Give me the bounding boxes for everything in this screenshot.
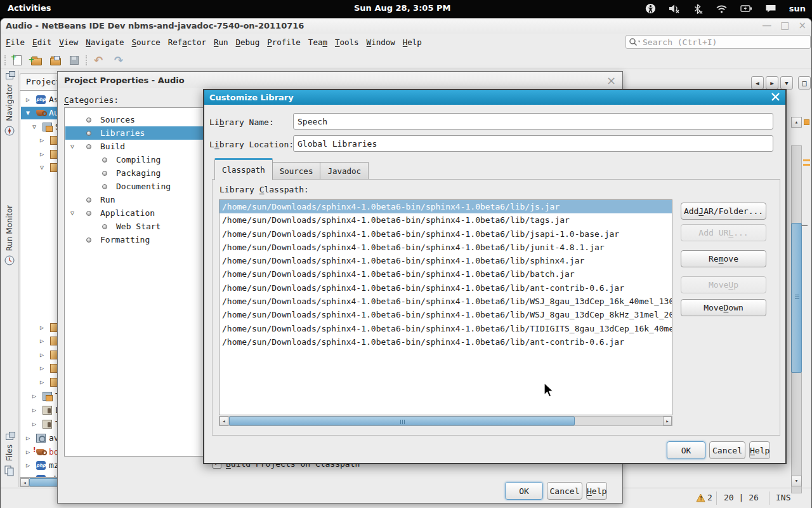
classpath-action-button[interactable]: Add JAR/Folder... [681,203,766,220]
category-label[interactable]: Libraries [100,126,145,140]
classpath-list-item[interactable]: /home/sun/Downloads/sphinx4-1.0beta6-bin… [219,295,672,308]
classpath-list-item[interactable]: /home/sun/Downloads/sphinx4-1.0beta6-bin… [219,200,672,213]
expand-arrow[interactable]: ▷ [32,404,36,417]
error-stripe-mark[interactable] [803,164,810,166]
classpath-list-item[interactable]: /home/sun/Downloads/sphinx4-1.0beta6-bin… [219,213,672,227]
scroll-left-icon[interactable]: ◂ [20,478,29,486]
expand-arrow[interactable]: ▷ [40,362,44,375]
scroll-left-icon[interactable]: ◂ [219,417,228,425]
clock[interactable]: Sun Aug 28, 3:05 PM [354,3,450,13]
sidebar-tab-label[interactable]: Files [5,444,14,461]
expand-arrow[interactable]: ▽ [70,140,74,153]
classpath-list-item[interactable]: /home/sun/Downloads/sphinx4-1.0beta6-bin… [219,335,672,349]
expand-arrow[interactable]: ▷ [40,349,44,361]
expand-arrow[interactable]: ▷ [26,446,30,458]
expand-arrow[interactable]: ▷ [26,459,30,472]
volume-muted-icon[interactable] [669,4,681,13]
menu-item[interactable]: Edit [29,35,55,50]
redo-button[interactable]: ↷ [111,53,126,68]
scroll-tabs-right-button[interactable]: ▶ [766,76,778,90]
category-label[interactable]: Web Start [116,220,160,233]
dialog-button[interactable]: OK [505,482,543,500]
dialog-button[interactable]: OK [667,441,705,459]
expand-arrow[interactable]: ▷ [40,335,44,347]
classpath-list-item[interactable]: /home/sun/Downloads/sphinx4-1.0beta6-bin… [219,281,672,295]
save-all-button[interactable] [67,53,82,68]
expand-arrow[interactable]: ▽ [70,206,74,220]
scroll-down-icon[interactable]: ▾ [791,476,802,486]
category-row[interactable]: Sources [65,113,209,126]
menu-item[interactable]: File [2,35,29,50]
expand-arrow[interactable]: ▷ [40,148,44,161]
category-label[interactable]: Packaging [116,166,160,180]
minimize-button[interactable]: — [762,20,771,31]
library-tab[interactable]: Sources [273,162,321,180]
classpath-action-button[interactable]: Move Up [681,276,766,293]
category-row[interactable]: Documenting [65,180,209,193]
classpath-list-item[interactable]: /home/sun/Downloads/sphinx4-1.0beta6-bin… [219,227,672,241]
expand-arrow[interactable]: ▽ [40,161,44,174]
sidebar-tab-files[interactable]: Files [1,434,18,479]
search-icon[interactable] [629,37,641,46]
scrollbar-thumb[interactable] [229,417,575,425]
classpath-list-item[interactable]: /home/sun/Downloads/sphinx4-1.0beta6-bin… [219,322,672,335]
library-name-field[interactable]: Speech [293,113,773,130]
expand-arrow[interactable]: ▼ [26,107,30,119]
scroll-right-icon[interactable]: ▸ [663,417,672,425]
tab-list-dropdown-button[interactable]: ▼ [780,76,793,90]
undo-button[interactable]: ↶ [91,53,106,68]
wifi-icon[interactable] [716,4,728,13]
category-row[interactable]: Packaging [65,166,209,180]
error-stripe-mark[interactable] [803,159,810,161]
dialog-button[interactable]: Help [749,441,770,459]
menu-item[interactable]: Run [210,35,232,50]
close-icon[interactable]: × [606,74,616,87]
menu-item[interactable]: Profile [263,35,304,50]
menu-item[interactable]: Debug [232,35,264,50]
menu-item[interactable]: Tools [331,35,363,50]
accessibility-icon[interactable] [645,3,656,14]
classpath-hscrollbar[interactable]: ◂ ▸ [219,416,672,426]
category-row[interactable]: Libraries [65,126,209,140]
classpath-action-button[interactable]: Move Down [681,299,766,316]
search-input[interactable]: Search (Ctrl+I) [643,37,717,47]
chat-icon[interactable] [765,4,776,13]
expand-arrow[interactable]: ▷ [26,473,30,478]
menu-item[interactable]: Team [304,35,331,50]
expand-arrow[interactable]: ▽ [32,121,36,133]
new-project-button[interactable]: + [29,53,44,68]
maximize-button[interactable]: □ [780,20,789,31]
user-menu[interactable]: sun [789,4,806,13]
activities-button[interactable]: Activities [8,3,51,13]
insert-mode-indicator[interactable]: INS [776,493,790,502]
menu-item[interactable]: View [55,35,82,50]
expand-arrow[interactable]: ▷ [40,321,44,334]
sidebar-tab-navigator[interactable]: Navigator [1,73,18,138]
open-project-button[interactable] [48,53,63,68]
expand-arrow[interactable]: ▷ [40,134,44,147]
category-row[interactable]: ▽ Build [65,140,209,153]
classpath-list-item[interactable]: /home/sun/Downloads/sphinx4-1.0beta6-bin… [219,267,672,281]
close-icon[interactable] [771,92,780,104]
classpath-action-button[interactable]: Remove [681,250,766,267]
category-row[interactable]: Compiling [65,153,209,166]
menu-item[interactable]: Source [128,35,164,50]
scroll-tabs-left-button[interactable]: ◀ [751,76,764,90]
expand-arrow[interactable]: ▷ [26,93,30,106]
editor-vscrollbar-thumb[interactable] [791,223,802,373]
category-label[interactable]: Application [100,206,155,220]
battery-icon[interactable] [740,4,752,13]
category-label[interactable]: Sources [100,113,135,126]
menu-item[interactable]: Window [363,35,399,50]
sidebar-tab-run-monitor[interactable]: Run Monitor [1,205,18,268]
category-row[interactable]: ▽ Application [65,206,209,220]
category-label[interactable]: Run [100,193,115,206]
error-stripe-mark[interactable] [804,119,809,125]
expand-arrow[interactable]: ▷ [40,376,44,389]
expand-arrow[interactable]: ▷ [32,418,36,431]
category-row[interactable]: Formatting [65,233,209,246]
maximize-editor-button[interactable]: □ [798,76,811,90]
dialog-button[interactable]: Cancel [547,482,582,500]
toolbar-grip[interactable] [4,55,6,65]
toolbar-grip[interactable] [86,55,88,65]
